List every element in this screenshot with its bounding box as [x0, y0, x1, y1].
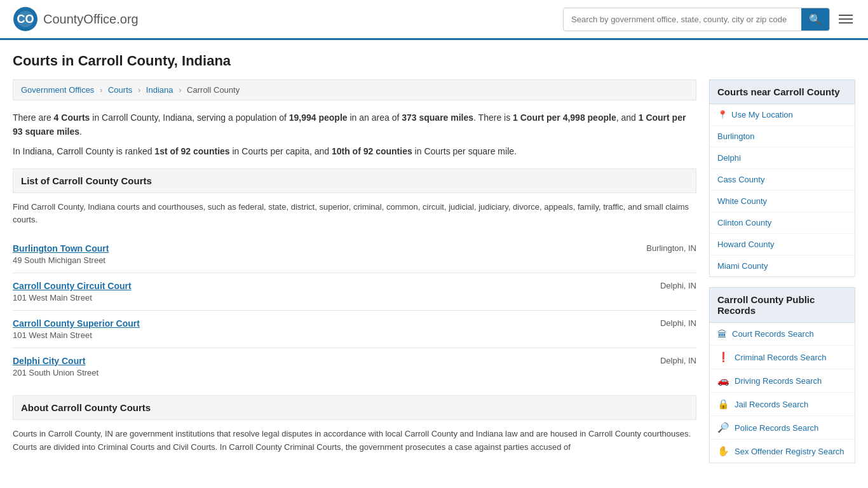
- breadcrumb-indiana[interactable]: Indiana: [146, 85, 173, 95]
- sidebar-public-records-links: 🏛 Court Records Search ❗ Criminal Record…: [709, 323, 855, 463]
- logo[interactable]: CO CountyOffice.org: [13, 6, 139, 32]
- sidebar-public-records-header: Carroll County Public Records: [709, 287, 855, 323]
- court-address: 101 West Main Street: [13, 330, 140, 340]
- about-section-header: About Carroll County Courts: [13, 395, 696, 420]
- court-records-icon: 🏛: [717, 329, 727, 339]
- about-text: Courts in Carroll County, IN are governm…: [13, 428, 696, 454]
- table-row: Carroll County Circuit Court 101 West Ma…: [13, 273, 696, 311]
- table-row: Delphi City Court 201 South Union Street…: [13, 348, 696, 385]
- sidebar-use-location[interactable]: 📍 Use My Location: [710, 104, 855, 126]
- logo-icon: CO: [13, 6, 38, 32]
- court-name[interactable]: Carroll County Superior Court: [13, 318, 140, 329]
- sidebar-nearby-links: 📍 Use My Location Burlington Delphi Cass…: [709, 104, 855, 277]
- criminal-records-icon: ❗: [717, 351, 729, 363]
- sidebar-criminal-records[interactable]: ❗ Criminal Records Search: [710, 346, 855, 369]
- page-title: Courts in Carroll County, Indiana: [13, 53, 855, 69]
- sex-offender-icon: ✋: [717, 445, 729, 457]
- location-icon: 📍: [717, 110, 728, 119]
- court-city: Burlington, IN: [620, 243, 696, 253]
- sidebar-court-records[interactable]: 🏛 Court Records Search: [710, 323, 855, 346]
- court-address: 101 West Main Street: [13, 293, 132, 302]
- breadcrumb-current: Carroll County: [187, 85, 240, 95]
- court-city: Delphi, IN: [620, 281, 696, 290]
- sidebar-item-delphi[interactable]: Delphi: [710, 147, 855, 169]
- court-list: Burlington Town Court 49 South Michigan …: [13, 236, 696, 385]
- sidebar-item-miami-county[interactable]: Miami County: [710, 255, 855, 276]
- sidebar-driving-records[interactable]: 🚗 Driving Records Search: [710, 369, 855, 393]
- header-right: 🔍: [563, 8, 855, 31]
- court-name[interactable]: Delphi City Court: [13, 356, 98, 366]
- page-container: Courts in Carroll County, Indiana Govern…: [0, 40, 868, 473]
- court-city: Delphi, IN: [620, 318, 696, 328]
- court-city: Delphi, IN: [620, 356, 696, 365]
- table-row: Burlington Town Court 49 South Michigan …: [13, 236, 696, 273]
- police-records-icon: 🔎: [717, 422, 729, 433]
- court-name[interactable]: Carroll County Circuit Court: [13, 281, 132, 291]
- menu-button[interactable]: [836, 12, 855, 26]
- sidebar-nearby-header: Courts near Carroll County: [709, 79, 855, 104]
- sidebar-jail-records[interactable]: 🔒 Jail Records Search: [710, 393, 855, 416]
- breadcrumb: Government Offices › Courts › Indiana › …: [13, 79, 696, 100]
- sidebar-police-records[interactable]: 🔎 Police Records Search: [710, 416, 855, 440]
- list-section-desc: Find Carroll County, Indiana courts and …: [13, 201, 696, 226]
- svg-text:CO: CO: [17, 13, 34, 25]
- court-address: 49 South Michigan Street: [13, 255, 109, 265]
- content-layout: Government Offices › Courts › Indiana › …: [13, 79, 855, 473]
- sidebar-item-burlington[interactable]: Burlington: [710, 126, 855, 147]
- sidebar-item-howard-county[interactable]: Howard County: [710, 234, 855, 255]
- breadcrumb-gov-offices[interactable]: Government Offices: [21, 85, 94, 95]
- sidebar-nearby-section: Courts near Carroll County 📍 Use My Loca…: [709, 79, 855, 277]
- sidebar: Courts near Carroll County 📍 Use My Loca…: [709, 79, 855, 473]
- sidebar-public-records-section: Carroll County Public Records 🏛 Court Re…: [709, 287, 855, 463]
- table-row: Carroll County Superior Court 101 West M…: [13, 311, 696, 348]
- sidebar-sex-offender-registry[interactable]: ✋ Sex Offender Registry Search: [710, 440, 855, 463]
- driving-records-icon: 🚗: [717, 375, 729, 386]
- breadcrumb-courts[interactable]: Courts: [108, 85, 132, 95]
- list-section-header: List of Carroll County Courts: [13, 168, 696, 193]
- logo-text: CountyOffice.org: [43, 12, 139, 27]
- search-button[interactable]: 🔍: [801, 8, 829, 30]
- search-bar: 🔍: [563, 8, 830, 31]
- info-block: There are 4 Courts in Carroll County, In…: [13, 111, 696, 158]
- main-content: Government Offices › Courts › Indiana › …: [13, 79, 696, 473]
- sidebar-item-cass-county[interactable]: Cass County: [710, 169, 855, 191]
- sidebar-item-clinton-county[interactable]: Clinton County: [710, 212, 855, 234]
- sidebar-item-white-county[interactable]: White County: [710, 191, 855, 212]
- jail-records-icon: 🔒: [717, 398, 729, 410]
- court-address: 201 South Union Street: [13, 368, 98, 377]
- court-name[interactable]: Burlington Town Court: [13, 243, 109, 254]
- search-input[interactable]: [564, 10, 801, 29]
- site-header: CO CountyOffice.org 🔍: [0, 0, 868, 40]
